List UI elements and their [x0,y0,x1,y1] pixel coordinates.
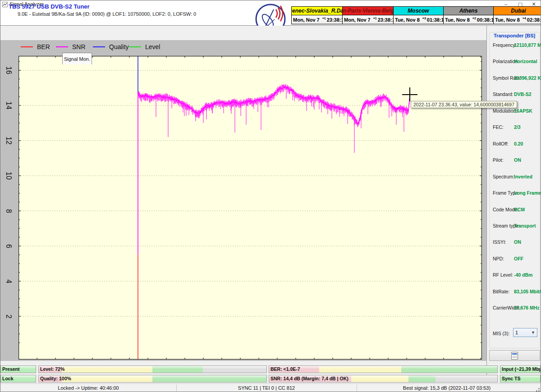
clock-utc-offset: +1 [373,17,377,20]
legend-label: SNR [72,43,86,50]
legend-item-ber: BER [21,40,50,53]
clock-date: Tue, Nov 8 [445,17,470,23]
transponder-row-value: 83,105 Mbit/s [514,289,541,294]
y-axis-label: 2 [4,309,14,324]
y-axis-label: 4 [4,273,14,289]
transponder-row-value: 12110,877 MHz [514,42,541,48]
bar-label: Level: 72% [40,366,64,372]
transponder-row-value: Long Frame [514,190,541,196]
status-bar-lock: Lock [0,375,36,383]
sync-status: SYNC 11 | TEI 0 | CC 812 [238,385,295,391]
transponder-row-label: Spectrum: [493,174,514,179]
y-axis-label: 6 [4,238,14,254]
y-axis-label: 16 [4,63,14,78]
bar-label: SNR: 14,4 dB (Margin: 7,4 dB | OK) [270,376,348,381]
transponder-row-value: Inverted [514,174,532,179]
mis-selected-value: 1 [515,330,518,335]
transponder-row-value: 2/3 [514,124,521,130]
transponder-row-label: Pilot: [493,157,503,163]
legend-line-swatch [56,46,68,47]
world-clocks: Lučenec-Slovakia_R.DávidMon, Nov 7+123:3… [291,6,541,24]
transponder-row-label: ISSYI: [493,239,506,245]
bar-label: Present [2,366,20,372]
transponder-row-label: RF Level: [493,272,513,278]
transponder-row-label: Standard: [493,91,513,97]
clock-time: Tue, Nov 8+200:38:16 [444,15,493,24]
transponder-row-value: Horizontal [514,59,537,64]
chart-legend: BERSNRQualityLevel [0,40,486,53]
clock-column: AthensTue, Nov 8+200:38:16 [444,6,494,24]
clock-column: DubaiTue, Nov 8+402:38:16 [494,6,541,24]
device-title: TBS 5927 USB DVB-S2 Tuner [9,3,90,10]
legend-label: Level [145,43,160,50]
value-tooltip: 2022-11-07 23.36.43, value: 14,600000381… [411,101,517,108]
transponder-row-value: DVB-S2 [514,91,532,97]
y-axis-label: 14 [4,98,14,113]
resize-grip[interactable] [538,388,540,389]
legend-item-snr: SNR [56,40,86,53]
transponder-row-value: ON [514,157,521,163]
transponder-row-value: 0.20 [514,141,523,146]
tab-signal-mon-[interactable]: Signal Mon. [62,53,92,64]
mis-label: MIS (3): [493,331,509,336]
clock-hms: 02:38:16 [527,17,541,23]
clock-column: Berlin-Paris-Vienna-BelgradeMon, Nov 7+1… [343,6,394,24]
transponder-row-label: NPD: [493,256,504,261]
clock-column: Lučenec-Slovakia_R.DávidMon, Nov 7+123:3… [291,6,343,24]
chart-area [0,53,486,361]
clock-date: Tue, Nov 8 [495,17,520,23]
clock-utc-offset: +4 [523,17,526,20]
signal-analyzer-window: Signal Analyzer – ▢ ✕ TBS 5927 USB DVB-S… [0,0,541,392]
status-bar: Locked -> Uptime: 40:46:00 SYNC 11 | TEI… [0,383,541,392]
status-bar-ber: BER: <1.0E-7 [269,365,498,373]
tab-strip: BS ModeDT ModeSignal Mon.TSA (OK)AV Play… [0,26,486,40]
legend-label: BER [37,43,50,50]
mis-select[interactable]: 1 ▼ [513,328,537,337]
ts-list-icon [511,352,518,360]
bar-label: Quality: 100% [40,376,71,381]
status-bar-quality: Quality: 100% [38,375,267,383]
clock-time: Mon, Nov 7+123:38:16 [343,15,393,24]
transponder-row-label: FEC: [493,124,504,130]
bar-highlight [39,366,266,369]
cursor-crosshair [409,87,410,101]
clock-utc-offset: +1 [322,17,326,20]
transponder-row-label: BitRate: [493,289,509,294]
transponder-row-value: CCM [514,207,525,212]
clock-column: MoscowTue, Nov 8+301:38:16 [394,6,444,24]
clock-utc-offset: +3 [422,17,426,20]
bar-highlight [39,375,266,378]
status-bar-input: Input (~21,39 Mbps) [500,365,541,373]
clock-utc-offset: +2 [472,17,476,20]
status-separator [176,385,177,392]
status-bar-present: Present [0,365,36,373]
transponder-title: Transponder [BS] [492,33,536,38]
transponder-row-value: 16APSK [514,108,532,114]
clock-city-name: Athens [444,7,493,15]
legend-label: Quality [109,43,129,50]
clock-date: Tue, Nov 8 [395,17,420,23]
status-bar-syncts: Sync TS [500,375,541,383]
transponder-groupbox: Transponder [BS] Frequency:12110,877 MHz… [489,32,540,348]
transponder-row-value: 31396,922 KS/s [514,75,541,81]
best-signal-status: Best signal: 15,3 dB (2022-11-07 03:53) [403,385,491,391]
transponder-row-value: Transport [514,223,536,228]
clock-city-name: Lučenec-Slovakia_R.Dávid [292,7,342,15]
chevron-down-icon: ▼ [531,330,535,335]
transponder-row-value: ON [514,239,521,245]
y-axis-label: 12 [4,133,14,148]
clock-city-name: Berlin-Paris-Vienna-Belgrade [343,7,393,15]
transponder-row-value: 37,676 MHz [514,305,540,310]
y-axis-label: 10 [4,168,14,183]
legend-item-level: Level [129,40,160,53]
status-bar-level: Level: 72% [38,365,267,373]
y-axis-label: 8 [4,203,14,219]
clock-time: Tue, Nov 8+402:38:16 [494,15,541,24]
bar-label: Lock [2,376,14,381]
legend-line-swatch [93,46,105,47]
ts-tool-button[interactable] [489,350,540,361]
clock-city-name: Moscow [394,7,443,15]
clock-time: Mon, Nov 7+123:38:16 [292,15,342,24]
legend-line-swatch [129,46,141,47]
bar-label: Input (~21,39 Mbps) [502,366,541,372]
